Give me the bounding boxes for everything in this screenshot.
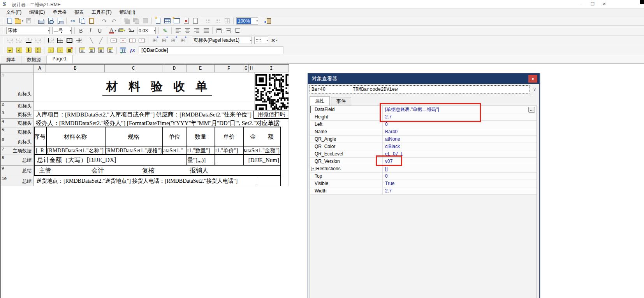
- property-row-qr_angle[interactable]: QR_AngleatNone: [310, 136, 537, 143]
- underline-button[interactable]: U: [95, 26, 104, 35]
- italic-button[interactable]: I: [86, 26, 95, 35]
- delete-cells-button[interactable]: ▦: [65, 46, 74, 55]
- split-horizontal-button[interactable]: ┣: [24, 46, 33, 55]
- row-header-1[interactable]: 1页标头: [1, 72, 34, 102]
- report-table-header[interactable]: 金 额: [244, 128, 280, 146]
- property-value[interactable]: v07: [383, 158, 537, 165]
- report-total-mid-cell[interactable]: 量"],,,)]: [187, 155, 214, 166]
- align-justify-button[interactable]: [202, 26, 210, 35]
- report-table-header[interactable]: 单位: [163, 128, 186, 146]
- band-split-double-button[interactable]: ═: [119, 36, 127, 45]
- report-table-header[interactable]: 数量: [187, 128, 214, 146]
- column-header-B[interactable]: B: [46, 65, 105, 72]
- copy-button[interactable]: [78, 17, 86, 25]
- valign-bottom-button[interactable]: [233, 26, 242, 35]
- chevron-down-icon[interactable]: ▾: [154, 29, 155, 32]
- chevron-down-icon[interactable]: ∨: [533, 87, 536, 92]
- toolbar-grip[interactable]: [2, 37, 4, 43]
- add-cell-up-button[interactable]: ⊞: [150, 36, 159, 45]
- border-outer-button[interactable]: [65, 36, 74, 45]
- band-print-header-button[interactable]: ▤: [78, 46, 86, 55]
- blank-page-button[interactable]: [191, 17, 200, 25]
- expand-icon[interactable]: +: [311, 167, 315, 171]
- delete-band-button[interactable]: ✕▾: [270, 36, 278, 45]
- border-cross-button[interactable]: [74, 36, 83, 45]
- valign-top-button[interactable]: [215, 26, 223, 35]
- valign-middle-button[interactable]: [224, 26, 232, 35]
- report-line4-cell[interactable]: 经办人：[RMDBDataSet2."经办人"] [FormatDateTime…: [36, 119, 280, 127]
- menu-item-file[interactable]: 文件(F): [2, 8, 25, 16]
- report-signatures-cell[interactable]: 主管 会计 复核 报销人: [39, 166, 280, 176]
- row-header-5[interactable]: 5页标头: [1, 127, 34, 137]
- border-width-select[interactable]: 0.03▾: [137, 27, 156, 34]
- insert-report-page-button[interactable]: [154, 17, 162, 25]
- preview-data-button[interactable]: [119, 46, 127, 55]
- align-right-button[interactable]: [192, 26, 201, 35]
- report-design-grid[interactable]: 材 料 验 收 单 用微信扫码 入库项目：[RMDBDataSet2."入库项目…: [0, 64, 289, 298]
- font-size-select[interactable]: 二号▾: [52, 27, 72, 34]
- border-left-button[interactable]: [46, 36, 55, 45]
- row-header-3[interactable]: 3页标头: [1, 110, 34, 119]
- merge-down-button[interactable]: ┬: [5, 46, 14, 55]
- diagonal-down-button[interactable]: ╲: [87, 36, 96, 45]
- chevron-down-icon[interactable]: ▾: [48, 29, 49, 32]
- row-header-9[interactable]: 9总结: [1, 166, 34, 176]
- toolbar-grip[interactable]: [2, 18, 4, 24]
- formula-editor-button[interactable]: ƒx: [128, 46, 137, 55]
- cut-button[interactable]: ✂: [69, 17, 77, 25]
- column-header-G[interactable]: G: [243, 65, 249, 72]
- font-family-select[interactable]: 宋体▾: [6, 27, 50, 34]
- property-value[interactable]: []: [383, 165, 537, 172]
- format-painter-button[interactable]: ✎: [161, 26, 169, 35]
- tab-datasource[interactable]: 数据源: [21, 56, 47, 63]
- add-cell-right-button[interactable]: ⊞: [178, 36, 187, 45]
- report-detail-cell[interactable]: ataSet1.": [163, 147, 186, 155]
- font-color-button[interactable]: A▾: [108, 26, 117, 35]
- fill-color-button[interactable]: ▾: [118, 26, 126, 35]
- zoom-select[interactable]: 100%▾: [236, 17, 258, 25]
- exit-designer-button[interactable]: [263, 17, 272, 25]
- menu-item-report[interactable]: 报表: [70, 8, 88, 16]
- report-table-header[interactable]: 材料名称: [47, 128, 104, 146]
- column-header-H[interactable]: H: [249, 65, 254, 72]
- property-value[interactable]: clBlack: [383, 143, 537, 150]
- property-value[interactable]: 0: [383, 173, 537, 180]
- row-header-6[interactable]: 6页标头: [1, 137, 34, 146]
- menu-item-toolbar[interactable]: 工具栏(T): [88, 8, 115, 16]
- report-total-label-cell[interactable]: 总计金额（大写）[DJJE_DX]: [37, 155, 185, 166]
- band-print-footer-button[interactable]: ▧: [106, 46, 114, 55]
- row-header-7[interactable]: 7主项数据: [1, 146, 34, 155]
- merge-across-button[interactable]: ┤: [15, 46, 23, 55]
- add-cell-left-button[interactable]: ⊞: [169, 36, 178, 45]
- chevron-down-icon[interactable]: ▾: [70, 29, 71, 32]
- print-button[interactable]: [37, 17, 46, 25]
- align-center-button[interactable]: [183, 26, 192, 35]
- chevron-down-icon[interactable]: ▾: [250, 39, 252, 42]
- property-value[interactable]: 2.7: [383, 187, 537, 194]
- column-header-D[interactable]: D: [162, 65, 187, 72]
- border-color-button[interactable]: ✎▾: [127, 26, 135, 35]
- ellipsis-button[interactable]: …: [528, 107, 535, 113]
- tab-script[interactable]: 脚本: [1, 56, 21, 63]
- border-all-button[interactable]: [56, 36, 64, 45]
- property-value[interactable]: eL_07_L: [383, 150, 537, 157]
- row-header-4[interactable]: 4页标头: [1, 119, 34, 127]
- qr-caption-cell[interactable]: 用微信扫码: [253, 110, 289, 119]
- tab-page1[interactable]: Page1: [47, 55, 72, 63]
- bold-button[interactable]: B: [77, 26, 85, 35]
- property-row-width[interactable]: Width2.7: [310, 187, 537, 195]
- row-header-8[interactable]: 8总结: [1, 155, 34, 166]
- row-header-2[interactable]: 2页标头: [1, 102, 34, 110]
- toolbar-grip[interactable]: [2, 47, 4, 54]
- menu-item-help[interactable]: 帮助(H): [116, 8, 139, 16]
- insert-row-button[interactable]: ↓: [46, 46, 55, 55]
- column-header-I[interactable]: I: [254, 65, 289, 72]
- band-print-group-button[interactable]: ▦: [97, 46, 105, 55]
- property-value[interactable]: atNone: [383, 136, 537, 143]
- band-print-detail-button[interactable]: ▥: [87, 46, 96, 55]
- report-line10-cell[interactable]: 送货地点：[RMDBDataSet2."送货地点"] 接货人电话：[RMDBDa…: [36, 176, 254, 186]
- formula-input[interactable]: [QBarCode]: [139, 46, 283, 54]
- paste-button[interactable]: [87, 17, 96, 25]
- close-button[interactable]: ✕: [599, 0, 610, 8]
- new-document-button[interactable]: [5, 17, 14, 25]
